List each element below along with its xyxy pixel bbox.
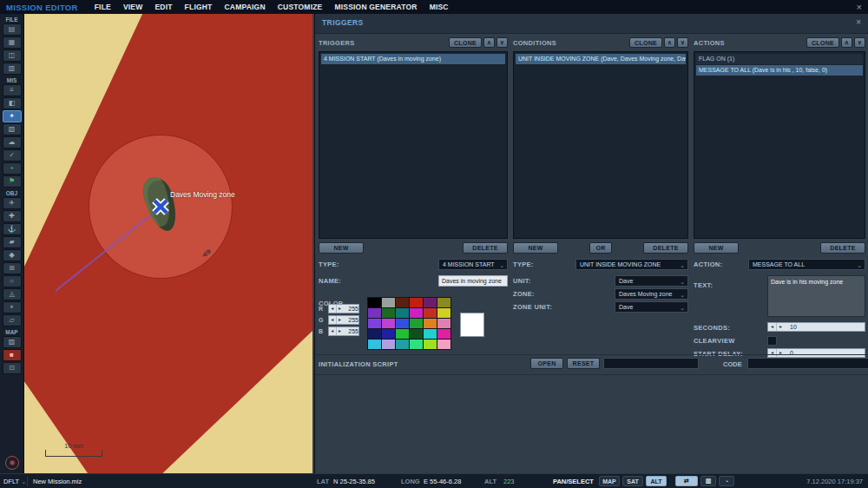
palette-color[interactable] bbox=[410, 340, 423, 349]
menu-item-view[interactable]: VIEW bbox=[117, 3, 149, 11]
trigger-list-item[interactable]: 4 MISSION START (Daves in moving zone) bbox=[321, 54, 505, 64]
palette-color[interactable] bbox=[396, 329, 409, 339]
move-condition-up-button[interactable]: ∧ bbox=[664, 37, 675, 48]
palette-color[interactable] bbox=[382, 319, 395, 328]
delete-action-button[interactable]: DELETE bbox=[820, 242, 865, 254]
palette-color[interactable] bbox=[437, 319, 450, 328]
record-icon[interactable]: ■ bbox=[3, 349, 22, 361]
new-condition-button[interactable]: NEW bbox=[513, 242, 558, 254]
code-input[interactable] bbox=[747, 358, 868, 369]
menu-item-file[interactable]: FILE bbox=[89, 3, 117, 11]
decrement-icon[interactable]: ◂ bbox=[329, 305, 337, 313]
palette-color[interactable] bbox=[410, 308, 423, 318]
palette-color[interactable] bbox=[424, 340, 437, 349]
palette-color[interactable] bbox=[424, 298, 437, 307]
clone-condition-button[interactable]: CLONE bbox=[629, 37, 662, 48]
seconds-stepper[interactable]: ◂ ▸ 10 bbox=[767, 322, 865, 332]
weather-icon[interactable]: ☁ bbox=[3, 136, 22, 148]
map-options-icon[interactable]: ⊡ bbox=[3, 362, 22, 374]
waypoint-icon[interactable]: ◬ bbox=[3, 288, 22, 300]
label-tool-icon[interactable]: ▱ bbox=[3, 314, 22, 326]
new-action-button[interactable]: NEW bbox=[694, 242, 739, 254]
palette-color[interactable] bbox=[396, 340, 409, 349]
measure-distance-button[interactable]: ⇄ bbox=[675, 476, 698, 486]
palette-color[interactable] bbox=[382, 340, 395, 349]
time-button[interactable]: ◔ bbox=[719, 476, 734, 486]
menu-item-mission-generator[interactable]: MISSION GENERATOR bbox=[328, 3, 423, 11]
triggers-panel-titlebar[interactable]: TRIGGERS × bbox=[315, 14, 868, 34]
trigger-type-dropdown[interactable]: 4 MISSION START ⌄ bbox=[438, 259, 508, 270]
start-delay-stepper[interactable]: ◂ ▸ 0 bbox=[767, 348, 865, 358]
palette-color[interactable] bbox=[382, 329, 395, 339]
ship-icon[interactable]: ⚓ bbox=[3, 223, 22, 235]
move-condition-down-button[interactable]: ∨ bbox=[677, 37, 688, 48]
palette-color[interactable] bbox=[396, 319, 409, 328]
add-unit-icon[interactable]: + bbox=[3, 162, 22, 175]
palette-color[interactable] bbox=[437, 340, 450, 349]
vehicle-icon[interactable]: ▰ bbox=[3, 236, 22, 248]
increment-icon[interactable]: ▸ bbox=[777, 323, 785, 331]
palette-color[interactable] bbox=[424, 308, 437, 318]
palette-color[interactable] bbox=[382, 298, 395, 307]
unit-marker[interactable] bbox=[151, 197, 170, 216]
helicopter-icon[interactable]: ✚ bbox=[3, 210, 22, 222]
briefing-icon[interactable]: ≡ bbox=[3, 84, 22, 96]
open-mission-icon[interactable]: ▦ bbox=[3, 36, 22, 49]
zone-icon[interactable]: ○ bbox=[3, 275, 22, 287]
conditions-list[interactable]: UNIT INSIDE MOVING ZONE (Dave, Daves Mov… bbox=[513, 51, 688, 239]
unit-dropdown[interactable]: Dave ⌄ bbox=[615, 275, 688, 287]
save-as-icon[interactable]: ▥ bbox=[3, 63, 22, 75]
decrement-icon[interactable]: ◂ bbox=[768, 349, 777, 357]
palette-color[interactable] bbox=[396, 308, 409, 318]
template-icon[interactable]: ⊞ bbox=[3, 262, 22, 274]
move-action-up-button[interactable]: ∧ bbox=[841, 37, 852, 48]
palette-color[interactable] bbox=[368, 340, 381, 349]
clone-trigger-button[interactable]: CLONE bbox=[449, 37, 482, 48]
palette-color[interactable] bbox=[396, 298, 409, 307]
condition-type-dropdown[interactable]: UNIT INSIDE MOVING ZONE ⌄ bbox=[575, 259, 688, 270]
palette-color[interactable] bbox=[410, 329, 423, 339]
map-layers-icon[interactable]: ▨ bbox=[3, 336, 22, 348]
new-trigger-button[interactable]: NEW bbox=[319, 242, 364, 254]
open-script-button[interactable]: OPEN bbox=[530, 358, 563, 369]
menu-item-customize[interactable]: CUSTOMIZE bbox=[272, 3, 329, 11]
red-stepper[interactable]: ◂ ▸ 255 bbox=[328, 304, 359, 313]
palette-color[interactable] bbox=[410, 298, 423, 307]
increment-icon[interactable]: ▸ bbox=[337, 305, 344, 313]
menu-item-misc[interactable]: MISC bbox=[424, 3, 455, 11]
palette-color[interactable] bbox=[410, 319, 423, 328]
action-type-dropdown[interactable]: MESSAGE TO ALL ⌄ bbox=[748, 259, 865, 270]
menu-item-edit[interactable]: EDIT bbox=[148, 3, 178, 11]
profile-dropdown[interactable]: DFLT ⌄ bbox=[3, 478, 26, 485]
palette-color[interactable] bbox=[368, 298, 381, 307]
palette-color[interactable] bbox=[368, 308, 381, 318]
increment-icon[interactable]: ▸ bbox=[337, 316, 344, 324]
layers-button[interactable]: ▥ bbox=[700, 476, 716, 486]
decrement-icon[interactable]: ◂ bbox=[329, 316, 337, 324]
move-trigger-up-button[interactable]: ∧ bbox=[483, 37, 495, 48]
sat-view-button[interactable]: SAT bbox=[622, 476, 643, 486]
script-file-input[interactable] bbox=[603, 358, 699, 369]
goals-icon[interactable]: ✓ bbox=[3, 149, 22, 162]
triggers-icon[interactable]: ✦ bbox=[3, 110, 22, 122]
message-text-input[interactable]: Dave is in his moving zone bbox=[767, 275, 865, 317]
menu-item-flight[interactable]: FLIGHT bbox=[179, 3, 219, 11]
condition-list-item[interactable]: UNIT INSIDE MOVING ZONE (Dave, Daves Mov… bbox=[516, 54, 686, 64]
menu-item-campaign[interactable]: CAMPAIGN bbox=[219, 3, 272, 11]
palette-color[interactable] bbox=[368, 319, 381, 328]
increment-icon[interactable]: ▸ bbox=[337, 327, 344, 335]
action-list-item[interactable]: MESSAGE TO ALL (Dave is in his , 10, fal… bbox=[696, 65, 863, 76]
decrement-icon[interactable]: ◂ bbox=[329, 327, 337, 335]
map-view-button[interactable]: MAP bbox=[599, 476, 620, 486]
panel-close-icon[interactable]: × bbox=[856, 17, 861, 27]
decrement-icon[interactable]: ◂ bbox=[768, 323, 777, 331]
reset-script-button[interactable]: RESET bbox=[567, 358, 600, 369]
trigger-name-input[interactable]: Daves in moving zone bbox=[438, 275, 508, 287]
move-action-down-button[interactable]: ∨ bbox=[854, 37, 865, 48]
triggers-list[interactable]: 4 MISSION START (Daves in moving zone) bbox=[319, 51, 508, 239]
exit-icon[interactable]: ◉ bbox=[5, 456, 19, 470]
clone-action-button[interactable]: CLONE bbox=[806, 37, 839, 48]
palette-color[interactable] bbox=[437, 329, 450, 339]
window-close-icon[interactable]: × bbox=[851, 0, 868, 14]
zone-dropdown[interactable]: Daves Moving zone ⌄ bbox=[615, 288, 688, 300]
